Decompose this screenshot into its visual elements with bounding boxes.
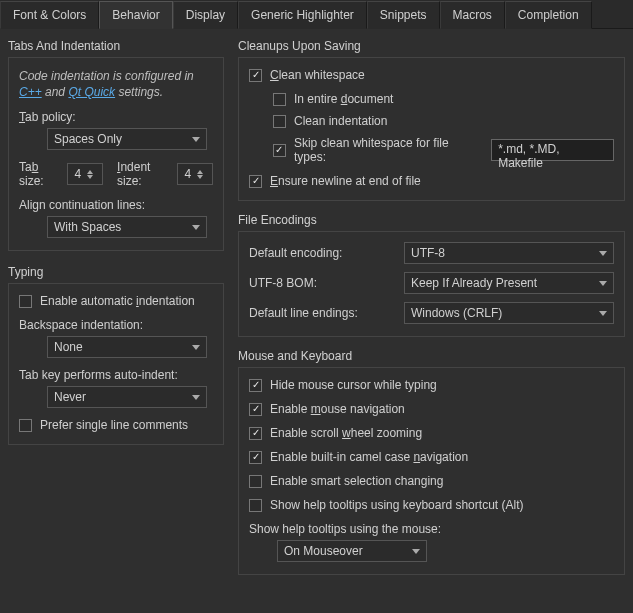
wheel-zoom-checkbox[interactable]: Enable scroll wheel zooming	[249, 426, 614, 440]
wheel-zoom-label: Enable scroll wheel zooming	[270, 426, 422, 440]
bom-select[interactable]: Keep If Already Present	[404, 272, 614, 294]
tab-completion[interactable]: Completion	[505, 1, 592, 29]
in-entire-doc-checkbox[interactable]: In entire document	[273, 92, 614, 106]
auto-indent-checkbox[interactable]: Enable automatic indentation	[19, 294, 213, 308]
clean-whitespace-label: Clean whitespace	[270, 68, 365, 82]
tabs-indent-group: Code indentation is configured in C++ an…	[8, 57, 224, 251]
auto-indent-label: Enable automatic indentation	[40, 294, 195, 308]
checkbox-icon	[249, 451, 262, 464]
indent-size-spinner[interactable]: 4	[177, 163, 213, 185]
align-cont-label: Align continuation lines:	[19, 198, 213, 212]
tab-bar: Font & Colors Behavior Display Generic H…	[0, 0, 633, 29]
mouse-kb-title: Mouse and Keyboard	[238, 349, 625, 363]
checkbox-icon	[249, 403, 262, 416]
smart-sel-label: Enable smart selection changing	[270, 474, 443, 488]
clean-whitespace-checkbox[interactable]: Clean whitespace	[249, 68, 614, 82]
checkbox-icon	[19, 419, 32, 432]
ensure-newline-label: Ensure newline at end of file	[270, 174, 421, 188]
tab-font-colors[interactable]: Font & Colors	[0, 1, 99, 29]
backspace-label: Backspace indentation:	[19, 318, 213, 332]
cleanups-title: Cleanups Upon Saving	[238, 39, 625, 53]
indent-note: Code indentation is configured in C++ an…	[19, 68, 213, 100]
checkbox-icon	[273, 144, 286, 157]
chevron-down-icon	[599, 251, 607, 256]
link-qtquick[interactable]: Qt Quick	[68, 85, 115, 99]
skip-clean-label: Skip clean whitespace for file types:	[294, 136, 483, 164]
encodings-title: File Encodings	[238, 213, 625, 227]
in-entire-doc-label: In entire document	[294, 92, 393, 106]
default-enc-label: Default encoding:	[249, 246, 394, 260]
backspace-select[interactable]: None	[47, 336, 207, 358]
chevron-down-icon	[192, 225, 200, 230]
tab-snippets[interactable]: Snippets	[367, 1, 440, 29]
ensure-newline-checkbox[interactable]: Ensure newline at end of file	[249, 174, 614, 188]
checkbox-icon	[19, 295, 32, 308]
link-cpp[interactable]: C++	[19, 85, 42, 99]
skip-types-input[interactable]: *.md, *.MD, Makefile	[491, 139, 614, 161]
smart-sel-checkbox[interactable]: Enable smart selection changing	[249, 474, 614, 488]
clean-indent-label: Clean indentation	[294, 114, 387, 128]
tabs-indent-title: Tabs And Indentation	[8, 39, 224, 53]
bom-label: UTF-8 BOM:	[249, 276, 394, 290]
skip-clean-checkbox[interactable]: Skip clean whitespace for file types: *.…	[273, 136, 614, 164]
chevron-down-icon	[599, 311, 607, 316]
mouse-kb-group: Hide mouse cursor while typing Enable mo…	[238, 367, 625, 575]
line-endings-label: Default line endings:	[249, 306, 394, 320]
default-enc-select[interactable]: UTF-8	[404, 242, 614, 264]
cleanups-group: Clean whitespace In entire document Clea…	[238, 57, 625, 201]
checkbox-icon	[249, 379, 262, 392]
indent-size-label: Indent size:	[117, 160, 169, 188]
chevron-down-icon	[412, 549, 420, 554]
line-endings-select[interactable]: Windows (CRLF)	[404, 302, 614, 324]
tab-policy-label: Tab policy:	[19, 110, 213, 124]
checkbox-icon	[273, 93, 286, 106]
clean-indent-checkbox[interactable]: Clean indentation	[273, 114, 614, 128]
chevron-down-icon	[192, 395, 200, 400]
chevron-down-icon	[599, 281, 607, 286]
mouse-tooltip-select[interactable]: On Mouseover	[277, 540, 427, 562]
checkbox-icon	[273, 115, 286, 128]
alt-tooltip-checkbox[interactable]: Show help tooltips using keyboard shortc…	[249, 498, 614, 512]
mouse-tooltip-label: Show help tooltips using the mouse:	[249, 522, 614, 536]
tab-display[interactable]: Display	[173, 1, 238, 29]
checkbox-icon	[249, 499, 262, 512]
checkbox-icon	[249, 175, 262, 188]
tab-behavior[interactable]: Behavior	[99, 1, 172, 29]
align-cont-select[interactable]: With Spaces	[47, 216, 207, 238]
prefer-single-label: Prefer single line comments	[40, 418, 188, 432]
chevron-down-icon	[192, 137, 200, 142]
encodings-group: Default encoding: UTF-8 UTF-8 BOM: Keep …	[238, 231, 625, 337]
checkbox-icon	[249, 69, 262, 82]
tab-size-label: Tab size:	[19, 160, 59, 188]
tab-policy-select[interactable]: Spaces Only	[47, 128, 207, 150]
tab-generic-highlighter[interactable]: Generic Highlighter	[238, 1, 367, 29]
camel-nav-checkbox[interactable]: Enable built-in camel case navigation	[249, 450, 614, 464]
tab-size-spinner[interactable]: 4	[67, 163, 103, 185]
mouse-nav-label: Enable mouse navigation	[270, 402, 405, 416]
tab-macros[interactable]: Macros	[440, 1, 505, 29]
prefer-single-checkbox[interactable]: Prefer single line comments	[19, 418, 213, 432]
hide-cursor-label: Hide mouse cursor while typing	[270, 378, 437, 392]
tabkey-label: Tab key performs auto-indent:	[19, 368, 213, 382]
alt-tooltip-label: Show help tooltips using keyboard shortc…	[270, 498, 523, 512]
typing-title: Typing	[8, 265, 224, 279]
tabkey-select[interactable]: Never	[47, 386, 207, 408]
checkbox-icon	[249, 475, 262, 488]
typing-group: Enable automatic indentation Backspace i…	[8, 283, 224, 445]
mouse-nav-checkbox[interactable]: Enable mouse navigation	[249, 402, 614, 416]
camel-nav-label: Enable built-in camel case navigation	[270, 450, 468, 464]
chevron-down-icon	[192, 345, 200, 350]
hide-cursor-checkbox[interactable]: Hide mouse cursor while typing	[249, 378, 614, 392]
checkbox-icon	[249, 427, 262, 440]
